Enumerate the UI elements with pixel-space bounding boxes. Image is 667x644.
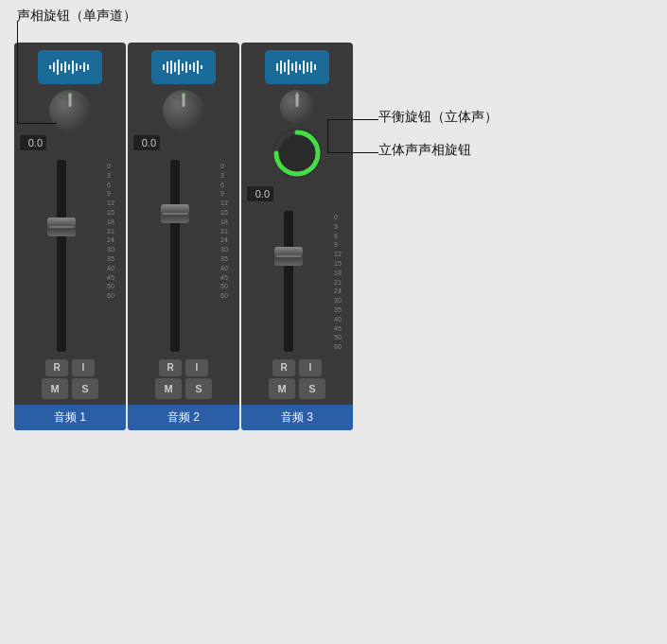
svg-rect-14	[174, 62, 176, 72]
channel-strip-3: 0.0 036912 1518212430 3540455060 R I	[241, 43, 353, 430]
knob-dot-1	[68, 93, 72, 96]
svg-rect-1	[53, 62, 55, 72]
pan-knob-area-2	[128, 90, 239, 131]
svg-rect-0	[49, 65, 51, 69]
annotation-label-1: 声相旋钮（单声道）	[17, 8, 136, 25]
svg-rect-5	[68, 64, 70, 70]
fader-rail-3	[284, 211, 293, 352]
svg-rect-6	[72, 61, 74, 74]
svg-rect-18	[189, 64, 191, 70]
value-display-3[interactable]: 0.0	[247, 186, 273, 201]
pan-knob-2[interactable]	[163, 90, 204, 131]
svg-rect-10	[87, 64, 89, 70]
svg-rect-29	[303, 61, 305, 74]
scale-col-2: 036912 1518212430 3540455060	[220, 160, 237, 352]
value-row-2: 0.0	[128, 133, 239, 152]
svg-rect-31	[310, 61, 312, 73]
fader-rail-1	[57, 160, 66, 352]
m-button-2[interactable]: M	[155, 378, 182, 399]
svg-rect-30	[307, 62, 308, 72]
i-button-1[interactable]: I	[72, 359, 95, 376]
svg-rect-3	[61, 63, 62, 71]
value-row-3: 0.0	[241, 184, 353, 203]
svg-rect-20	[197, 61, 199, 74]
svg-rect-19	[193, 62, 195, 72]
waveform-button-2[interactable]	[151, 50, 216, 84]
ms-row-3: M S	[269, 378, 325, 399]
svg-rect-8	[79, 65, 81, 69]
value-row-1: 0.0	[14, 133, 126, 152]
channel-label-1[interactable]: 音频 1	[14, 405, 126, 430]
s-button-3[interactable]: S	[299, 378, 325, 399]
svg-rect-22	[276, 63, 278, 71]
m-button-3[interactable]: M	[269, 378, 295, 399]
svg-rect-15	[178, 60, 180, 75]
ms-row-2: M S	[155, 378, 212, 399]
svg-rect-28	[299, 64, 301, 70]
ms-row-1: M S	[42, 378, 98, 399]
fader-rail-2	[170, 160, 180, 352]
i-button-2[interactable]: I	[185, 359, 208, 376]
fader-thumb-1[interactable]	[47, 218, 76, 236]
svg-rect-4	[64, 61, 66, 73]
fader-thumb-3[interactable]	[274, 247, 303, 266]
svg-rect-27	[295, 61, 297, 73]
fader-thumb-2[interactable]	[161, 204, 189, 223]
ri-row-1: R I	[45, 359, 95, 376]
svg-point-33	[273, 130, 321, 177]
knob-dot-2	[182, 93, 185, 96]
channel-label-2[interactable]: 音频 2	[128, 405, 239, 430]
svg-rect-25	[288, 60, 290, 75]
value-display-1[interactable]: 0.0	[20, 135, 46, 150]
r-button-2[interactable]: R	[159, 359, 182, 376]
svg-rect-2	[57, 60, 59, 75]
waveform-button-1[interactable]	[38, 50, 102, 84]
svg-rect-21	[201, 65, 202, 69]
r-button-1[interactable]: R	[45, 359, 68, 376]
mixer-panel: 0.0 036912 1518212430 3540455060 R	[14, 43, 353, 430]
balance-knob-3[interactable]	[280, 90, 314, 124]
svg-rect-11	[163, 64, 165, 70]
svg-rect-24	[284, 62, 286, 72]
pan-knob-1[interactable]	[49, 90, 91, 131]
fader-section-1: 036912 1518212430 3540455060	[14, 156, 126, 356]
svg-rect-12	[167, 61, 168, 73]
r-button-3[interactable]: R	[272, 359, 295, 376]
svg-rect-13	[170, 61, 172, 74]
fader-section-2: 036912 1518212430 3540455060	[128, 156, 239, 356]
channel-strip-2: 0.0 036912 1518212430 3540455060 R I	[128, 43, 239, 430]
scale-col-3: 036912 1518212430 3540455060	[334, 211, 351, 352]
stereo-pan-area-3	[241, 126, 353, 181]
m-button-1[interactable]: M	[42, 378, 68, 399]
svg-rect-32	[314, 64, 316, 70]
waveform-button-3[interactable]	[265, 50, 329, 84]
value-display-2[interactable]: 0.0	[133, 135, 160, 150]
s-button-1[interactable]: S	[72, 378, 98, 399]
i-button-3[interactable]: I	[299, 359, 322, 376]
svg-rect-17	[185, 61, 187, 73]
stereo-pan-knob-3[interactable]	[270, 126, 325, 181]
channel-label-3[interactable]: 音频 3	[241, 405, 353, 430]
scale-col-1: 036912 1518212430 3540455060	[107, 160, 124, 352]
svg-rect-16	[182, 63, 184, 71]
ri-row-3: R I	[272, 359, 322, 376]
knob-dot-balance	[296, 92, 299, 101]
channel-strip-1: 0.0 036912 1518212430 3540455060 R	[14, 43, 126, 430]
balance-knob-area-3	[241, 90, 353, 124]
svg-rect-9	[83, 62, 85, 72]
svg-rect-23	[280, 61, 282, 74]
svg-rect-26	[291, 63, 293, 71]
annotation-label-3: 立体声声相旋钮	[378, 142, 471, 159]
fader-section-3: 036912 1518212430 3540455060	[241, 207, 353, 356]
pan-knob-area-1	[14, 90, 126, 131]
s-button-2[interactable]: S	[185, 378, 212, 399]
svg-rect-7	[76, 63, 78, 71]
ri-row-2: R I	[159, 359, 208, 376]
annotation-label-2: 平衡旋钮（立体声）	[378, 109, 498, 126]
